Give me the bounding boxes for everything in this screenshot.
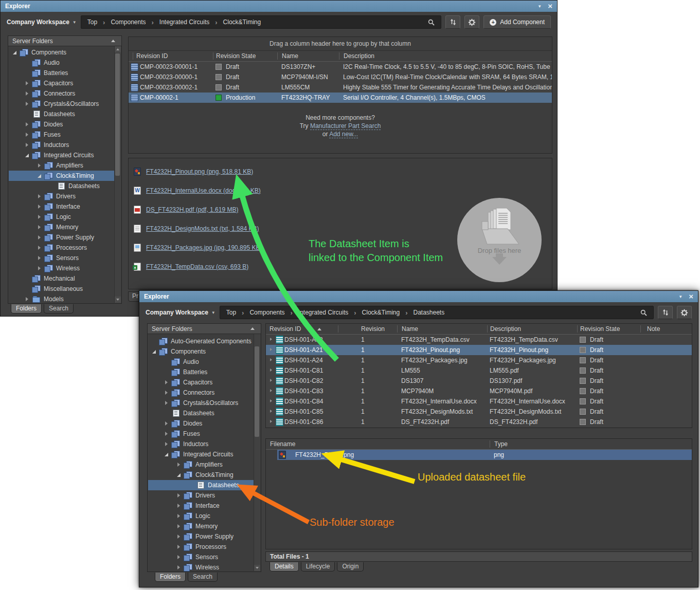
expander-icon[interactable]: [36, 244, 43, 251]
DS1307[interactable]: DSH-001-C82 1 DS1307 DS1307.pdf Draft: [266, 376, 692, 386]
tree-item[interactable]: Components: [9, 47, 115, 58]
tree-item[interactable]: Components: [148, 346, 254, 357]
expander-icon[interactable]: [24, 275, 31, 282]
expander-icon[interactable]: [163, 389, 170, 396]
tree-item[interactable]: Drivers: [148, 490, 254, 501]
tree-item[interactable]: Sensors: [9, 253, 115, 263]
tree-item[interactable]: Fuses: [148, 429, 254, 439]
tree-item[interactable]: Memory: [9, 222, 115, 232]
scroll-down-icon[interactable]: [254, 565, 260, 571]
expander-icon[interactable]: [24, 141, 31, 149]
column-revision-state[interactable]: Revision State: [213, 52, 277, 60]
file-link-row[interactable]: FT4232H_Pinout.png (png, 518.81 KB): [129, 162, 552, 181]
expander-icon[interactable]: [24, 285, 31, 292]
tree-item[interactable]: Memory: [148, 521, 254, 531]
row-expander-icon[interactable]: [268, 378, 274, 384]
expander-icon[interactable]: [175, 543, 183, 550]
row-expander-icon[interactable]: [268, 419, 274, 425]
tree-item[interactable]: Diodes: [9, 119, 115, 130]
tree-item[interactable]: Wireless: [148, 562, 254, 571]
sync-button[interactable]: [658, 306, 673, 319]
expander-icon[interactable]: [36, 254, 43, 262]
column-revision-state[interactable]: Revision State: [577, 325, 640, 333]
drop-files-zone[interactable]: Drop files here: [457, 198, 542, 282]
search-icon[interactable]: [640, 309, 647, 316]
FT4232HQ-TRAY[interactable]: CMP-00002-1 Production FT4232HQ-TRAY Ser…: [129, 93, 552, 103]
expander-icon[interactable]: [36, 265, 43, 272]
expander-icon[interactable]: [24, 296, 31, 303]
expander-icon[interactable]: [24, 90, 31, 97]
expander-icon[interactable]: [175, 502, 183, 509]
expander-icon[interactable]: [36, 162, 43, 169]
tree-item[interactable]: Batteries: [148, 367, 254, 377]
expander-icon[interactable]: [24, 121, 31, 128]
tree-item[interactable]: Audio: [9, 58, 115, 68]
breadcrumb-item-components[interactable]: Components: [249, 309, 284, 316]
column-description[interactable]: Description: [339, 52, 552, 60]
tree-item[interactable]: Inductors: [9, 140, 115, 150]
tree-item[interactable]: Diodes: [148, 418, 254, 429]
search-icon[interactable]: [428, 19, 435, 26]
expander-icon[interactable]: [24, 131, 31, 138]
FT4232H_Packages.jpg[interactable]: DSH-001-A24 1 FT4232H_Packages.jpg FT423…: [266, 355, 692, 365]
tree-item[interactable]: Logic: [9, 212, 115, 222]
tree-item[interactable]: Drivers: [9, 191, 115, 201]
expander-icon[interactable]: [24, 59, 31, 66]
tree-scrollbar[interactable]: [254, 334, 260, 571]
tree-item[interactable]: Datasheets: [148, 408, 254, 418]
expander-icon[interactable]: [36, 172, 43, 179]
expander-icon[interactable]: [24, 80, 31, 87]
tab-lifecycle[interactable]: Lifecycle: [301, 562, 335, 571]
window-menu-icon[interactable]: ▼: [678, 294, 683, 299]
scrollbar-thumb[interactable]: [255, 346, 259, 437]
group-by-hint[interactable]: Drag a column header here to group by th…: [129, 37, 552, 51]
expander-icon[interactable]: [163, 430, 170, 437]
row-expander-icon[interactable]: [268, 337, 274, 343]
breadcrumb-item-components[interactable]: Components: [111, 19, 146, 26]
datasheets-table-header[interactable]: Revision ID Revision Name Description Re…: [266, 324, 692, 335]
expander-icon[interactable]: [24, 152, 31, 159]
gear-icon[interactable]: [677, 306, 692, 319]
row-expander-icon[interactable]: [268, 409, 274, 415]
manufacturer-part-search-link[interactable]: Manufacturer Part Search: [310, 122, 381, 130]
tree-item[interactable]: Clock&Timing: [148, 470, 254, 480]
expander-icon[interactable]: [175, 533, 183, 540]
expander-icon[interactable]: [175, 512, 183, 520]
tree-item[interactable]: Processors: [148, 542, 254, 552]
DS1307ZN+[interactable]: CMP-00023-00001-1 Draft DS1307ZN+ I2C Re…: [129, 62, 552, 72]
expander-icon[interactable]: [175, 554, 183, 561]
breadcrumb-item-top[interactable]: Top: [226, 309, 236, 316]
tree-item[interactable]: Logic: [148, 511, 254, 521]
workspace-selector[interactable]: Company Workspace ▼: [146, 309, 216, 316]
expander-icon[interactable]: [163, 410, 170, 417]
file-link[interactable]: FT4232H_TempData.csv (csv, 693 B): [146, 263, 248, 270]
breadcrumb-item-integrated-circuits[interactable]: Integrated Circuits: [159, 19, 209, 26]
row-expander-icon[interactable]: [268, 388, 274, 394]
column-revision-id[interactable]: Revision ID: [266, 325, 338, 333]
gear-icon[interactable]: [464, 15, 479, 29]
expander-icon[interactable]: [36, 193, 43, 200]
file-link[interactable]: FT4232H_Packages.jpg (jpg, 190.895 KB): [146, 244, 262, 251]
LM555CM[interactable]: CMP-00023-00002-1 Draft LM555CM Highly S…: [129, 82, 552, 93]
tree-item[interactable]: Datasheets: [148, 480, 254, 490]
components-table-header[interactable]: Revision ID Revision State Name Descript…: [129, 51, 552, 62]
tree-item[interactable]: Crystals&Oscillators: [9, 99, 115, 109]
tab-folders[interactable]: Folders: [155, 573, 186, 582]
tab-search[interactable]: Search: [44, 304, 74, 314]
add-component-button[interactable]: + Add Component: [483, 15, 551, 29]
expander-icon[interactable]: [175, 523, 183, 530]
tree-item[interactable]: Wireless: [9, 263, 115, 273]
tree-item[interactable]: Clock&Timing: [9, 171, 115, 181]
tree-item[interactable]: Capacitors: [148, 377, 254, 388]
expander-icon[interactable]: [163, 379, 170, 386]
sort-ascending-icon[interactable]: [111, 40, 115, 42]
tree-item[interactable]: Amplifiers: [148, 459, 254, 470]
row-expander-icon[interactable]: [268, 398, 274, 404]
row-expander-icon[interactable]: [268, 357, 274, 363]
tree-item[interactable]: Inductors: [148, 439, 254, 449]
tree-item[interactable]: Auto-Generated Components: [148, 336, 254, 346]
scroll-down-icon[interactable]: [115, 297, 121, 303]
tab-details[interactable]: Details: [270, 562, 299, 571]
expander-icon[interactable]: [36, 234, 43, 241]
breadcrumb-item-top[interactable]: Top: [87, 19, 97, 26]
